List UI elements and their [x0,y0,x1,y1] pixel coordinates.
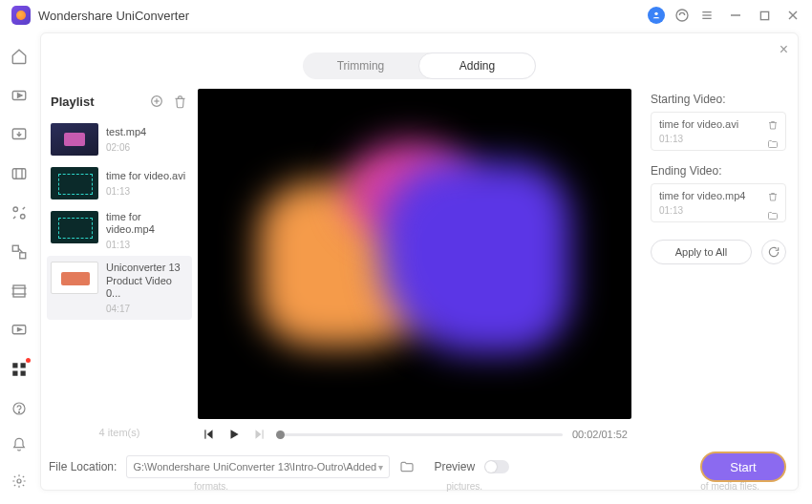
open-folder-icon[interactable] [399,459,415,474]
close-panel-icon[interactable]: × [780,41,788,58]
svg-rect-19 [12,245,18,251]
svg-line-18 [23,207,25,209]
sidebar [0,31,38,504]
minimize-button[interactable] [728,8,743,23]
play-icon[interactable] [226,427,242,442]
support-icon[interactable] [674,8,690,23]
svg-rect-41 [263,430,264,438]
mode-tabs: Trimming Adding [303,52,536,79]
svg-point-32 [18,411,19,412]
svg-rect-20 [20,253,26,259]
maximize-button[interactable] [757,8,772,23]
menu-icon[interactable] [699,8,715,23]
svg-rect-22 [13,285,25,297]
playlist-item-duration: 01:13 [106,186,185,197]
playlist-item-name: time for video.mp4 [106,211,188,236]
app-title: Wondershare UniConverter [38,9,648,23]
file-location-combo[interactable]: G:\Wondershare UniConverter 13\Intro-Out… [126,455,390,478]
sidebar-convert-icon[interactable] [10,87,29,105]
ending-video-folder-icon[interactable] [766,209,780,222]
settings-icon[interactable] [10,472,29,491]
starting-video-box: time for video.avi 01:13 [651,112,786,151]
svg-point-33 [17,479,21,483]
preview-toggle[interactable] [484,460,509,473]
svg-rect-12 [12,169,26,179]
playlist-item[interactable]: time for video.mp4 01:13 [47,205,192,256]
playlist-item-name: test.mp4 [106,126,146,138]
playlist-item[interactable]: test.mp4 02:06 [47,117,192,161]
sidebar-player-icon[interactable] [10,321,29,339]
playlist-thumbnail [51,211,98,243]
tab-adding[interactable]: Adding [418,52,536,79]
svg-rect-27 [12,363,17,368]
ending-video-name: time for video.mp4 [659,190,778,201]
playlist-column: Playlist test.mp4 02:06 time for video.a… [41,89,192,444]
titlebar: Wondershare UniConverter [0,0,812,31]
svg-rect-29 [12,370,17,375]
file-location-label: File Location: [49,460,117,473]
svg-point-1 [676,10,688,21]
starting-video-label: Starting Video: [651,93,786,106]
remove-from-playlist-icon[interactable] [171,93,188,110]
sidebar-compress-icon[interactable] [10,165,29,183]
start-button[interactable]: Start [702,453,784,480]
app-logo [11,6,31,25]
sidebar-merge-icon[interactable] [10,242,29,261]
step-forward-icon[interactable] [251,427,267,442]
ending-video-label: Ending Video: [651,164,786,178]
tab-trimming[interactable]: Trimming [303,52,418,79]
timecode: 00:02/01:52 [572,429,628,440]
apply-to-all-button[interactable]: Apply to All [651,240,752,264]
playlist-item[interactable]: time for video.avi 01:13 [47,161,192,205]
svg-rect-28 [21,363,26,368]
playlist-footer: 4 item(s) [47,421,192,444]
step-back-icon[interactable] [202,427,217,442]
preview-stage[interactable] [198,89,631,419]
footer-row: File Location: G:\Wondershare UniConvert… [41,444,798,490]
sidebar-crop-icon[interactable] [10,282,29,300]
svg-point-0 [654,12,657,15]
preview-label: Preview [434,460,475,473]
transport-bar: 00:02/01:52 [198,419,631,444]
sidebar-edit-icon[interactable] [10,204,29,222]
starting-video-name: time for video.avi [659,118,778,130]
starting-video-folder-icon[interactable] [766,137,780,151]
ending-video-duration: 01:13 [659,205,778,216]
playlist-item-duration: 01:13 [106,240,188,250]
notification-icon[interactable] [10,435,29,454]
right-column: Starting Video: time for video.avi 01:13… [637,89,798,444]
svg-point-15 [13,207,18,212]
svg-marker-37 [207,430,213,438]
svg-marker-40 [256,430,262,438]
playlist-item-duration: 04:17 [106,304,188,314]
account-icon[interactable] [648,7,665,24]
svg-marker-10 [18,94,23,98]
sidebar-home-icon[interactable] [10,48,29,66]
svg-marker-39 [231,430,239,438]
playlist-thumbnail [51,167,98,200]
svg-marker-26 [18,327,22,330]
progress-bar[interactable] [276,433,563,436]
close-button[interactable] [785,8,801,23]
starting-video-delete-icon[interactable] [766,118,780,132]
playlist-item-name: Uniconverter 13 Product Video 0... [106,262,188,300]
svg-rect-38 [204,430,205,438]
starting-video-duration: 01:13 [659,134,778,144]
help-icon[interactable] [10,399,29,418]
playlist-item[interactable]: Uniconverter 13 Product Video 0... 04:17 [47,256,192,320]
svg-rect-6 [760,11,768,19]
sidebar-toolbox-icon[interactable] [10,360,29,378]
file-location-path: G:\Wondershare UniConverter 13\Intro-Out… [133,461,376,472]
ending-video-delete-icon[interactable] [766,190,780,203]
refresh-icon[interactable] [761,240,786,264]
chevron-down-icon: ▾ [378,462,383,472]
preview-column: 00:02/01:52 [192,89,637,444]
playlist-item-name: time for video.avi [106,170,185,182]
svg-line-17 [13,217,15,219]
main-panel: × Trimming Adding Playlist test.mp4 02:0… [40,32,799,491]
playlist-thumbnail [51,123,98,156]
sidebar-download-icon[interactable] [10,126,29,144]
svg-point-16 [21,215,26,220]
add-to-playlist-icon[interactable] [148,93,165,110]
svg-rect-30 [21,370,26,375]
